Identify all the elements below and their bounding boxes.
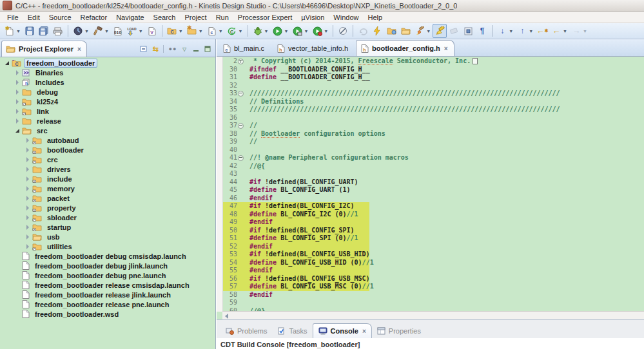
- tree-item-usb[interactable]: usb: [0, 232, 215, 241]
- new-cpp-project-dropdown-icon[interactable]: ▼: [199, 29, 203, 33]
- tree-item-drivers[interactable]: drivers: [0, 164, 215, 174]
- chevron-collapsed-icon[interactable]: [24, 215, 30, 220]
- tree-item-freedom-bootloader-debug-jlink-launch[interactable]: freedom_bootloader debug jlink.launch: [0, 261, 215, 270]
- menu-processor-expert[interactable]: Processor Expert: [233, 13, 297, 22]
- tree-item-freedom-bootloader[interactable]: Cfreedom_bootloader: [0, 58, 215, 68]
- menu-window[interactable]: Window: [329, 13, 363, 22]
- tree-item-freedom-bootloader-debug-cmsisdap-launch[interactable]: freedom_bootloader debug cmsisdap.launch: [0, 251, 215, 261]
- tree-item-bootloader[interactable]: bootloader: [0, 145, 215, 155]
- prev-annotation-dropdown-icon[interactable]: ▼: [529, 29, 533, 33]
- menu-project[interactable]: Project: [180, 13, 211, 22]
- tree-item-utilities[interactable]: utilities: [0, 241, 215, 251]
- chevron-collapsed-icon[interactable]: [24, 157, 30, 162]
- build-dropdown-icon[interactable]: ▼: [104, 29, 109, 33]
- chevron-collapsed-icon[interactable]: [24, 176, 30, 182]
- tree-item-autobaud[interactable]: autobaud: [0, 135, 215, 145]
- editor-tab-bl-main-c[interactable]: cbl_main.c: [218, 40, 271, 56]
- menu-search[interactable]: Search: [149, 13, 181, 22]
- flash-programmer-button[interactable]: [370, 24, 384, 38]
- last-edit-location-button[interactable]: ←✱: [535, 24, 549, 38]
- back-button[interactable]: ←▼: [549, 24, 569, 38]
- print-margin-button[interactable]: [461, 24, 475, 38]
- debug-target-button[interactable]: ▼: [71, 24, 91, 38]
- menu-refactor[interactable]: Refactor: [76, 13, 112, 22]
- editor-tab-vector-table-info-h[interactable]: hvector_table_info.h: [272, 40, 355, 56]
- back-dropdown-icon[interactable]: ▼: [563, 29, 567, 33]
- save-button[interactable]: [23, 24, 37, 38]
- search-marker-button[interactable]: ▼: [413, 24, 433, 38]
- code-editor[interactable]: 2 * Copyright (c) 2014-2015, Freescale S…: [217, 57, 644, 320]
- maximize-button[interactable]: [202, 44, 213, 53]
- tree-item-property[interactable]: property: [0, 203, 215, 212]
- prev-annotation-button[interactable]: ↑▼: [515, 24, 535, 38]
- chevron-expanded-icon[interactable]: [4, 61, 10, 65]
- forward-dropdown-icon[interactable]: ▼: [583, 29, 587, 33]
- chevron-collapsed-icon[interactable]: [14, 80, 20, 85]
- chevron-collapsed-icon[interactable]: [14, 99, 20, 104]
- menu-run[interactable]: Run: [211, 13, 233, 22]
- view-tab-problems[interactable]: Problems: [220, 324, 272, 338]
- open-resource-button[interactable]: [398, 24, 413, 38]
- build-button[interactable]: ▼: [91, 24, 111, 38]
- multimeter-button[interactable]: V: [145, 24, 159, 38]
- fold-expand-icon[interactable]: [237, 57, 244, 66]
- search-marker-dropdown-icon[interactable]: ▼: [426, 29, 431, 33]
- load-dropdown-icon[interactable]: ▼: [139, 29, 143, 33]
- run-button[interactable]: ▼: [270, 24, 290, 38]
- debug-dropdown-icon[interactable]: ▼: [264, 29, 269, 33]
- run-external-dropdown-icon[interactable]: ▼: [304, 29, 308, 33]
- tree-item-kl25z4[interactable]: kl25z4: [0, 97, 215, 106]
- tree-item-memory[interactable]: memory: [0, 184, 215, 193]
- run-external-button[interactable]: ▼: [290, 24, 310, 38]
- close-icon[interactable]: ×: [444, 45, 448, 52]
- print-button[interactable]: [51, 24, 65, 38]
- tree-item-link[interactable]: link: [0, 106, 215, 116]
- tree-item-binaries[interactable]: Binaries: [0, 68, 215, 77]
- new-c-file-dropdown-icon[interactable]: ▼: [219, 29, 223, 33]
- close-icon[interactable]: ×: [362, 328, 366, 335]
- generate-code-button[interactable]: C▼: [225, 24, 245, 38]
- new-c-file-button[interactable]: c▼: [205, 24, 225, 38]
- chevron-collapsed-icon[interactable]: [14, 109, 20, 114]
- binary-file-button[interactable]: 010: [111, 24, 125, 38]
- console-view[interactable]: CDT Build Console [freedom_bootloader]: [217, 338, 644, 349]
- project-explorer-tab[interactable]: Project Explorer ×: [1, 41, 87, 57]
- dropdown-button[interactable]: ▽: [179, 44, 190, 53]
- tree-item-src[interactable]: src: [0, 126, 215, 135]
- chevron-collapsed-icon[interactable]: [24, 138, 30, 143]
- skip-breakpoints-button[interactable]: [336, 24, 350, 38]
- tree-item-freedom-bootloader-debug-pne-launch[interactable]: freedom_bootloader debug pne.launch: [0, 270, 215, 280]
- debug-target-dropdown-icon[interactable]: ▼: [84, 29, 89, 33]
- new-wizard-dropdown-icon[interactable]: ▼: [16, 29, 21, 33]
- new-c-project-dropdown-icon[interactable]: ▼: [179, 29, 183, 33]
- minimize-button[interactable]: [191, 44, 201, 53]
- profile-dropdown-icon[interactable]: ▼: [324, 29, 328, 33]
- run-dropdown-icon[interactable]: ▼: [284, 29, 288, 33]
- chevron-collapsed-icon[interactable]: [14, 118, 20, 124]
- view-tab-tasks[interactable]: Tasks: [272, 324, 312, 338]
- tree-item-freedom-bootloader-wsd[interactable]: freedom_bootloader.wsd: [0, 309, 215, 319]
- chevron-collapsed-icon[interactable]: [24, 205, 30, 211]
- highlight-marker-button[interactable]: [433, 24, 447, 38]
- chevron-collapsed-icon[interactable]: [24, 186, 30, 191]
- fold-collapse-icon[interactable]: [237, 154, 244, 162]
- tree-item-includes[interactable]: hIncludes: [0, 77, 215, 87]
- chevron-collapsed-icon[interactable]: [24, 147, 30, 153]
- new-wizard-button[interactable]: ✱▼: [3, 24, 23, 38]
- menu-edit[interactable]: Edit: [23, 13, 44, 22]
- save-all-button[interactable]: [37, 24, 51, 38]
- fold-collapse-icon[interactable]: [237, 90, 244, 98]
- editor-tab-bootloader-config-h[interactable]: hbootloader_config.h×: [356, 40, 454, 56]
- menu-navigate[interactable]: Navigate: [112, 13, 148, 22]
- menu-source[interactable]: Source: [44, 13, 76, 22]
- chevron-collapsed-icon[interactable]: [14, 70, 20, 75]
- menu-file[interactable]: File: [3, 13, 23, 22]
- chevron-collapsed-icon[interactable]: [24, 196, 30, 201]
- next-annotation-dropdown-icon[interactable]: ▼: [509, 29, 513, 33]
- tree-item-packet[interactable]: packet: [0, 193, 215, 203]
- chevron-collapsed-icon[interactable]: [14, 90, 20, 95]
- scroll-left-icon[interactable]: [225, 314, 228, 319]
- chevron-collapsed-icon[interactable]: [24, 225, 30, 230]
- view-tab-properties[interactable]: Properties: [372, 324, 426, 338]
- chevron-collapsed-icon[interactable]: [24, 244, 30, 249]
